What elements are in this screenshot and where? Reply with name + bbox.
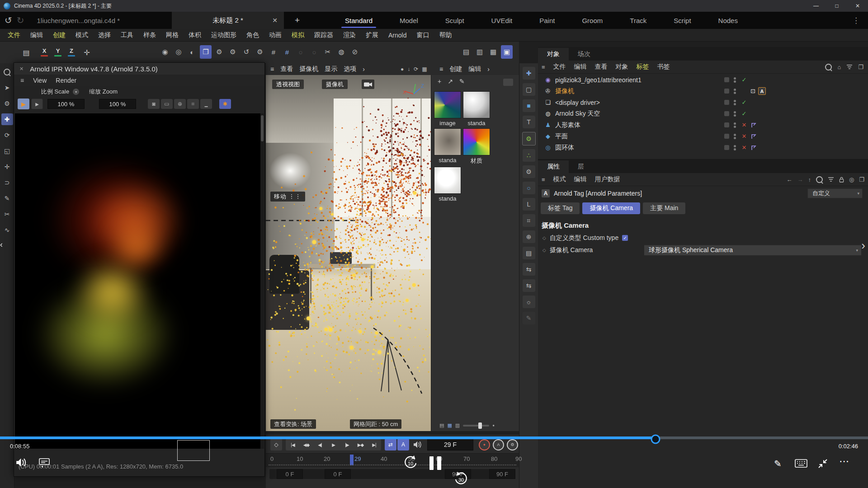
undo-button[interactable]: ↺ — [5, 15, 12, 26]
section-tab[interactable]: 摄像机 Camera — [582, 202, 640, 214]
panel-expand-right-icon[interactable]: › — [861, 239, 865, 253]
phong-tag-icon[interactable] — [750, 133, 757, 140]
toolbar-icon[interactable]: ❐ — [200, 45, 212, 59]
camera-label[interactable]: 摄像机 — [322, 80, 348, 89]
focus-icon[interactable]: ◎ — [849, 176, 854, 183]
annotate-pencil-icon[interactable]: ✎ — [774, 458, 782, 469]
toolbar-icon[interactable]: ▤ — [460, 45, 472, 59]
custom-type-checkbox[interactable]: ✓ — [622, 235, 628, 241]
subtitle-icon[interactable] — [39, 458, 50, 468]
material-thumbnail[interactable] — [434, 91, 461, 118]
hamburger-icon[interactable]: ≡ — [270, 66, 274, 73]
layout-tab[interactable]: Paint — [526, 12, 568, 29]
object-name[interactable]: 摄像机 — [555, 87, 574, 95]
menu-item[interactable]: 窗口 — [411, 31, 434, 39]
menu-item[interactable]: 文件 — [3, 31, 25, 39]
material-item[interactable]: 材质 — [463, 128, 490, 165]
menu-item[interactable]: 运动图形 — [206, 31, 241, 39]
maximize-button[interactable]: □ — [826, 0, 847, 12]
material-item[interactable]: standa — [434, 128, 461, 165]
palette-icon[interactable]: ⚙ — [522, 132, 536, 145]
tool-icon[interactable]: ✚ — [1, 113, 13, 125]
autokey-range-icon[interactable]: A — [397, 439, 409, 450]
layout-tab[interactable]: Model — [386, 12, 432, 29]
palette-icon[interactable]: ✎ — [523, 312, 535, 324]
target-icon[interactable]: ⊡ — [750, 88, 755, 94]
tab-objects[interactable]: 对象 — [538, 48, 569, 61]
palette-icon[interactable]: ▤ — [523, 247, 535, 259]
parent-icon[interactable]: ↑ — [808, 176, 811, 183]
camera-icon[interactable] — [362, 80, 374, 89]
thumbnail-size-slider[interactable] — [463, 425, 489, 427]
material-item[interactable]: image — [434, 91, 461, 127]
object-name[interactable]: <display driver> — [555, 99, 600, 106]
tool-icon[interactable]: ⚙ — [1, 98, 13, 109]
tab-layers[interactable]: 层 — [569, 160, 593, 173]
layout-tab[interactable]: UVEdit — [478, 12, 526, 29]
tool-icon[interactable]: ∿ — [1, 224, 13, 236]
material-toolbar-icon[interactable]: + — [438, 78, 441, 85]
object-row[interactable]: ❏ <display driver> ✓ ⊡ A — [538, 97, 868, 108]
redo-button[interactable]: ↻ — [17, 15, 24, 26]
tool-icon[interactable]: ➤ — [1, 82, 13, 94]
palette-icon[interactable]: ∴ — [523, 149, 535, 162]
transport-button[interactable]: ▶◆ — [354, 439, 367, 450]
layout-tab[interactable]: Track — [616, 12, 660, 29]
palette-icon[interactable]: ▢ — [523, 83, 535, 96]
visibility-dots[interactable] — [734, 77, 736, 83]
palette-icon[interactable]: ⌗ — [523, 214, 535, 227]
visibility-dots[interactable] — [734, 100, 736, 105]
external-window-icon[interactable]: ❐ — [859, 176, 864, 183]
palette-icon[interactable]: ■ — [523, 99, 535, 112]
range-value-box[interactable]: 90 F — [489, 469, 515, 479]
viewport-menu-item[interactable]: 选项 — [344, 65, 356, 73]
view-mode-icon[interactable]: ▦ — [447, 422, 452, 428]
ipr-close-icon[interactable]: ✕ — [19, 66, 24, 72]
layer-color-box[interactable] — [724, 134, 729, 139]
tool-icon[interactable]: ◱ — [1, 145, 13, 157]
toolbar-icon[interactable]: ⚙ — [254, 45, 266, 59]
history-back-icon[interactable]: ← — [787, 176, 793, 183]
tool-icon[interactable]: ⟳ — [1, 129, 13, 141]
record-button[interactable]: ● — [479, 439, 490, 450]
om-menu-item[interactable]: 查看 — [595, 63, 608, 71]
ipr-menu-view[interactable]: View — [33, 77, 47, 84]
menu-item[interactable]: 创建 — [48, 31, 71, 39]
more-options-icon[interactable]: ⋯ — [839, 455, 849, 467]
keyframe-icon[interactable]: ◇ — [270, 439, 282, 450]
palette-icon[interactable]: ⊕ — [523, 230, 535, 243]
document-tab-active[interactable]: 未标题 2 * ✕ — [172, 12, 284, 29]
material-thumbnail[interactable] — [434, 128, 461, 155]
video-progress-handle[interactable] — [651, 435, 660, 444]
camera-type-dropdown[interactable]: 球形摄像机 Spherical Camera ▾ — [644, 245, 861, 255]
archive-icon[interactable]: ▤ — [20, 45, 33, 60]
sound-icon[interactable] — [413, 441, 423, 449]
ipr-option-icon[interactable]: ◙ — [148, 99, 160, 109]
toolbar-icon[interactable]: ⊘ — [349, 45, 361, 59]
keyboard-icon[interactable] — [795, 459, 807, 468]
hamburger-icon[interactable]: ≡ — [20, 77, 24, 84]
object-name[interactable]: pigliziok3_/geo1/attribreorient1 — [555, 76, 642, 84]
toolbar-icon[interactable]: ✂ — [322, 45, 334, 59]
object-name[interactable]: 人形素体 — [555, 121, 580, 129]
toolbar-icon[interactable]: ⚙ — [227, 45, 239, 59]
toolbar-icon[interactable]: ◉ — [159, 45, 171, 59]
object-row[interactable]: ◎ 圆环体 ✕ ⊡ A — [538, 142, 868, 153]
transport-button[interactable]: ▶ — [327, 439, 340, 450]
tool-icon[interactable]: ✛ — [1, 161, 13, 173]
hamburger-icon[interactable]: ≡ — [542, 176, 545, 183]
axis-lock-button[interactable]: Y — [52, 45, 64, 59]
material-toolbar-icon[interactable]: ✎ — [459, 78, 465, 85]
menu-overflow-icon[interactable]: › — [363, 66, 365, 73]
om-menu-item[interactable]: 编辑 — [574, 63, 587, 71]
view-mode-icon[interactable]: ▥ — [455, 422, 460, 428]
phong-tag-icon[interactable] — [750, 122, 757, 128]
hamburger-icon[interactable]: ≡ — [439, 66, 443, 73]
toolbar-icon[interactable]: ○ — [308, 45, 320, 59]
transport-button[interactable]: |▶ — [340, 439, 354, 450]
menu-item[interactable]: 模拟 — [287, 31, 309, 39]
volume-icon[interactable] — [15, 457, 28, 468]
phong-tag-icon[interactable] — [750, 145, 757, 151]
view-mode-icon[interactable]: ▤ — [439, 422, 444, 428]
axis-lock-button[interactable]: Z — [65, 45, 78, 59]
